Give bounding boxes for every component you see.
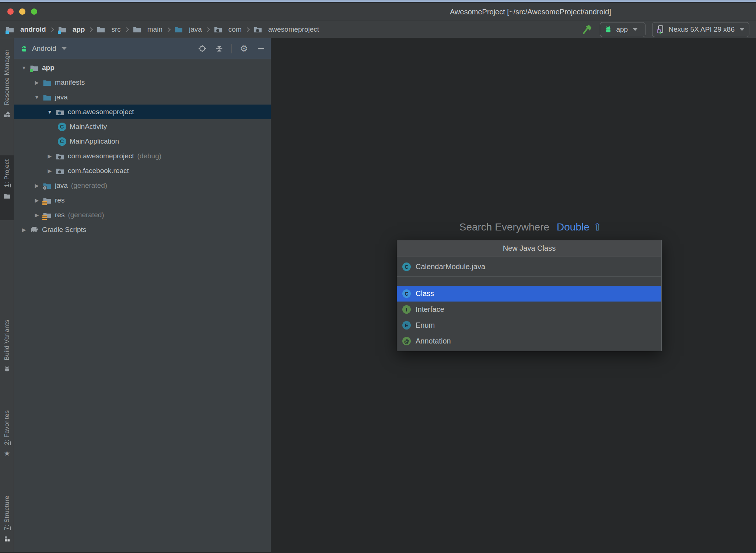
breadcrumb-separator-icon xyxy=(49,27,54,32)
sidebar-tab-project[interactable]: 1: Project xyxy=(0,155,14,220)
popup-option-interface[interactable]: I Interface xyxy=(397,302,661,317)
tree-row-com-awesomeproject[interactable]: ▼ com.awesomeproject xyxy=(14,105,271,119)
popup-option-class[interactable]: C Class xyxy=(397,286,661,302)
collapse-arrow-icon[interactable]: ▶ xyxy=(18,227,29,233)
settings-gear-button[interactable]: ⚙ xyxy=(239,44,249,53)
expand-arrow-icon[interactable]: ▼ xyxy=(18,65,29,71)
breadcrumb-item-awesomeproject[interactable]: awesomeproject xyxy=(253,25,319,34)
package-icon xyxy=(55,108,65,116)
project-panel-header: Android xyxy=(14,38,271,59)
tree-row-manifests[interactable]: ▶ manifests xyxy=(14,75,271,90)
tree-row-com-awesomeproject-debug[interactable]: ▶ com.awesomeproject (debug) xyxy=(14,149,271,163)
annotation-icon: @ xyxy=(402,337,411,345)
breadcrumb-item-android[interactable]: android xyxy=(5,25,46,34)
module-folder-icon xyxy=(57,25,67,34)
window-title: AwesomeProject [~/src/AwesomeProject/and… xyxy=(450,7,611,16)
build-hammer-button[interactable] xyxy=(581,23,593,36)
folder-icon xyxy=(42,78,52,87)
collapse-arrow-icon[interactable]: ▶ xyxy=(44,168,55,174)
package-icon xyxy=(55,152,65,161)
collapse-all-button[interactable] xyxy=(214,44,224,53)
sidebar-tab-resource-manager[interactable]: Resource Manager xyxy=(0,46,14,149)
chevron-down-icon xyxy=(62,47,67,50)
breadcrumb-item-com[interactable]: com xyxy=(213,25,242,34)
module-folder-icon xyxy=(5,25,15,34)
tool-window-stripe-left: Resource Manager 1: Project Build Varian… xyxy=(0,38,14,552)
resource-manager-icon xyxy=(3,110,11,118)
structure-icon xyxy=(3,535,11,543)
tree-row-app[interactable]: ▼ app xyxy=(14,60,271,75)
class-icon: C xyxy=(402,289,411,298)
expand-arrow-icon[interactable]: ▼ xyxy=(44,109,55,115)
module-folder-icon xyxy=(29,63,39,72)
project-view-selector[interactable]: Android xyxy=(20,45,67,53)
tree-row-gradle-scripts[interactable]: ▶ Gradle Scripts xyxy=(14,222,271,237)
tree-row-mainactivity[interactable]: C MainActivity xyxy=(14,119,271,134)
minimize-window-button[interactable] xyxy=(19,8,25,15)
folder-icon xyxy=(42,93,52,102)
breadcrumb-item-app[interactable]: app xyxy=(57,25,85,34)
generated-source-folder-icon xyxy=(42,181,52,190)
package-icon xyxy=(55,166,65,175)
tree-row-res-generated[interactable]: ▶ res (generated) xyxy=(14,208,271,222)
collapse-arrow-icon[interactable]: ▶ xyxy=(31,183,42,189)
run-configuration-select[interactable]: app xyxy=(600,22,645,37)
hide-panel-button[interactable] xyxy=(256,44,266,53)
collapse-arrow-icon[interactable]: ▶ xyxy=(31,197,42,203)
sidebar-tab-build-variants[interactable]: Build Variants xyxy=(0,316,14,404)
window-controls xyxy=(7,8,37,15)
tree-row-res[interactable]: ▶ res xyxy=(14,193,271,208)
device-label: Nexus 5X API 29 x86 xyxy=(668,25,735,34)
locate-file-button[interactable] xyxy=(197,44,207,53)
android-robot-icon xyxy=(20,45,28,53)
popup-header: New Java Class xyxy=(397,240,661,257)
package-icon xyxy=(253,25,263,34)
folder-icon xyxy=(132,25,142,34)
tree-row-mainapplication[interactable]: C MainApplication xyxy=(14,134,271,149)
breadcrumb-separator-icon xyxy=(88,27,93,32)
popup-item-calendarmodule[interactable]: C CalendarModule.java xyxy=(397,257,661,277)
breadcrumb-separator-icon xyxy=(205,27,210,32)
build-variants-icon xyxy=(3,365,11,373)
popup-title: New Java Class xyxy=(503,244,556,253)
android-robot-icon xyxy=(604,25,613,34)
sidebar-tab-structure[interactable]: 7: Structure xyxy=(0,492,14,553)
project-tree: ▼ app ▶ manifests ▼ xyxy=(14,59,271,237)
star-icon: ★ xyxy=(3,450,11,458)
project-tool-window: Android xyxy=(14,38,271,552)
class-icon: C xyxy=(57,122,67,131)
main-toolbar: android app src main xyxy=(0,21,756,38)
zoom-window-button[interactable] xyxy=(31,8,37,15)
tree-row-java-generated[interactable]: ▶ java (generated) xyxy=(14,178,271,193)
expand-arrow-icon[interactable]: ▼ xyxy=(31,94,42,100)
gradle-elephant-icon xyxy=(29,225,39,234)
breadcrumb-item-src[interactable]: src xyxy=(96,25,120,34)
popup-option-annotation[interactable]: @ Annotation xyxy=(397,333,661,349)
device-phone-icon xyxy=(656,25,665,34)
res-folder-icon xyxy=(42,211,52,219)
breadcrumb-separator-icon xyxy=(166,27,171,32)
breadcrumb-item-main[interactable]: main xyxy=(132,25,162,34)
sidebar-tab-favorites[interactable]: 2: Favorites ★ xyxy=(0,406,14,492)
class-icon: C xyxy=(57,137,67,146)
folder-icon xyxy=(96,25,106,34)
collapse-arrow-icon[interactable]: ▶ xyxy=(31,212,42,218)
chevron-down-icon xyxy=(739,28,745,31)
popup-spacer xyxy=(397,277,661,286)
shift-arrow-icon: ⇧ xyxy=(593,221,602,233)
tree-row-com-facebook-react[interactable]: ▶ com.facebook.react xyxy=(14,163,271,178)
close-window-button[interactable] xyxy=(7,8,14,15)
search-everywhere-hint: Search Everywhere Double ⇧ xyxy=(459,221,602,233)
project-view-label: Android xyxy=(32,45,56,53)
collapse-arrow-icon[interactable]: ▶ xyxy=(44,153,55,159)
chevron-down-icon xyxy=(633,28,638,31)
collapse-arrow-icon[interactable]: ▶ xyxy=(31,80,42,85)
breadcrumb-item-java[interactable]: java xyxy=(174,25,202,34)
breadcrumb: android app src main xyxy=(5,25,319,34)
breadcrumb-separator-icon xyxy=(124,27,129,32)
device-select[interactable]: Nexus 5X API 29 x86 xyxy=(652,22,749,37)
tree-row-java[interactable]: ▼ java xyxy=(14,90,271,105)
popup-option-enum[interactable]: E Enum xyxy=(397,317,661,333)
run-configuration-label: app xyxy=(616,25,628,34)
project-folder-icon xyxy=(3,192,11,200)
